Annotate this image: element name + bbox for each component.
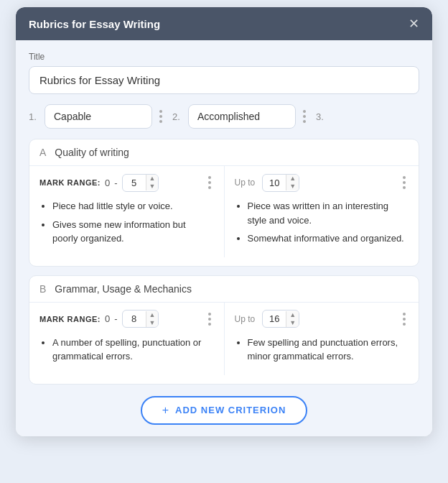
mark-up-b2[interactable]: ▲	[286, 311, 299, 319]
dot	[403, 313, 406, 316]
bullet-list-a1: Piece had little style or voice. Gives s…	[39, 199, 214, 246]
mark-range-row-a2: Up to ▲ ▼	[235, 173, 409, 192]
dot	[159, 110, 162, 113]
mark-input-wrap-b2: ▲ ▼	[262, 310, 299, 328]
mark-range-row-b1: MARK RANGE: 0 - ▲ ▼	[39, 310, 214, 328]
criterion-block-a: A Quality of writing MARK RANGE: 0 - ▲	[29, 139, 419, 267]
criterion-letter-b: B	[39, 283, 46, 295]
criterion-title-b: Grammar, Usage & Mechanics	[55, 283, 192, 295]
range-start-a1: 0	[105, 178, 110, 188]
dot	[303, 115, 306, 118]
tab-num-3: 3.	[316, 111, 327, 122]
criterion-col-a-1: MARK RANGE: 0 - ▲ ▼	[29, 166, 225, 257]
dot	[403, 186, 406, 189]
tab-menu-button-1[interactable]	[157, 107, 165, 126]
bullet-item: Piece had little style or voice.	[52, 199, 214, 213]
title-label: Title	[29, 52, 419, 62]
bullet-item: Gives some new information but poorly or…	[52, 218, 214, 246]
dot	[208, 176, 211, 179]
mark-up-a1[interactable]: ▲	[146, 175, 159, 183]
mark-down-b1[interactable]: ▼	[146, 319, 159, 327]
dot	[303, 120, 306, 123]
bullet-item: Somewhat informative and organized.	[248, 231, 409, 246]
modal-header: Rubrics for Essay Writing ✕	[16, 7, 432, 40]
criterion-col-b-1: MARK RANGE: 0 - ▲ ▼	[29, 303, 225, 375]
rubrics-modal: Rubrics for Essay Writing ✕ Title 1. 2.	[16, 7, 432, 436]
bullet-list-a2: Piece was written in an interesting styl…	[235, 199, 409, 246]
add-criterion-label: ADD NEW CRITERION	[175, 405, 286, 415]
dot	[159, 115, 162, 118]
tab-item-1: 1.	[29, 104, 165, 129]
modal-title: Rubrics for Essay Writing	[29, 18, 160, 30]
mark-input-wrap-b1: ▲ ▼	[122, 310, 159, 328]
mark-range-label-a1: MARK RANGE:	[39, 178, 101, 187]
tab-item-3: 3.	[316, 111, 327, 122]
tabs-row: 1. 2. 3.	[29, 104, 419, 129]
upto-label-b2: Up to	[235, 314, 256, 324]
upto-label-a2: Up to	[235, 178, 256, 188]
criterion-header-a: A Quality of writing	[29, 139, 419, 166]
dot	[403, 176, 406, 179]
mark-input-b1[interactable]	[123, 310, 146, 327]
add-criterion-container: + ADD NEW CRITERION	[29, 396, 419, 425]
mark-input-wrap-a2: ▲ ▼	[262, 174, 299, 192]
tab-num-1: 1.	[29, 111, 40, 122]
plus-icon: +	[162, 405, 169, 416]
criterion-header-b: B Grammar, Usage & Mechanics	[29, 276, 419, 303]
mark-up-a2[interactable]: ▲	[286, 175, 299, 183]
criterion-columns-a: MARK RANGE: 0 - ▲ ▼	[29, 166, 419, 257]
mark-up-b1[interactable]: ▲	[146, 311, 159, 319]
modal-body: Title 1. 2.	[16, 40, 432, 436]
col-menu-b2[interactable]	[400, 310, 409, 328]
tab-num-2: 2.	[172, 111, 184, 122]
dot	[208, 323, 211, 326]
col-menu-b1[interactable]	[205, 310, 214, 328]
tab-item-2: 2.	[172, 104, 309, 129]
tab-input-2[interactable]	[188, 104, 296, 129]
mark-down-a2[interactable]: ▼	[286, 183, 299, 190]
tab-input-1[interactable]	[45, 104, 152, 129]
dot	[403, 323, 406, 326]
dot	[159, 120, 162, 123]
dot	[403, 318, 406, 321]
close-button[interactable]: ✕	[409, 16, 419, 32]
mark-arrows-a1: ▲ ▼	[146, 175, 159, 190]
mark-input-a2[interactable]	[263, 175, 286, 191]
bullet-list-b2: Few spelling and punctuation errors, min…	[235, 336, 409, 364]
col-menu-a1[interactable]	[205, 173, 214, 192]
mark-down-b2[interactable]: ▼	[286, 319, 299, 327]
criterion-col-a-2: Up to ▲ ▼	[225, 166, 419, 257]
mark-range-label-b1: MARK RANGE:	[39, 315, 101, 323]
mark-down-a1[interactable]: ▼	[146, 183, 159, 190]
mark-input-b2[interactable]	[263, 310, 286, 327]
mark-input-wrap-a1: ▲ ▼	[122, 174, 159, 192]
criterion-block-b: B Grammar, Usage & Mechanics MARK RANGE:…	[29, 275, 419, 385]
range-dash-a1: -	[114, 178, 117, 188]
criterion-columns-b: MARK RANGE: 0 - ▲ ▼	[29, 303, 419, 375]
dot	[208, 318, 211, 321]
mark-range-row-a1: MARK RANGE: 0 - ▲ ▼	[39, 173, 214, 192]
criterion-title-a: Quality of writing	[55, 147, 129, 158]
col-menu-a2[interactable]	[400, 173, 409, 192]
bullet-item: Piece was written in an interesting styl…	[248, 199, 409, 227]
mark-arrows-a2: ▲ ▼	[286, 175, 299, 190]
title-input[interactable]	[29, 66, 419, 94]
criterion-col-b-2: Up to ▲ ▼	[225, 303, 419, 375]
tab-menu-button-2[interactable]	[300, 107, 309, 126]
range-dash-b1: -	[114, 313, 117, 324]
mark-range-row-b2: Up to ▲ ▼	[235, 310, 409, 328]
dot	[208, 186, 211, 189]
criterion-letter-a: A	[39, 147, 46, 158]
dot	[208, 313, 211, 316]
mark-arrows-b1: ▲ ▼	[146, 311, 159, 327]
dot	[303, 110, 306, 113]
dot	[403, 181, 406, 184]
bullet-list-b1: A number of spelling, punctuation or gra…	[39, 336, 214, 364]
bullet-item: Few spelling and punctuation errors, min…	[248, 336, 409, 364]
mark-input-a1[interactable]	[123, 175, 146, 191]
range-start-b1: 0	[105, 313, 110, 324]
mark-arrows-b2: ▲ ▼	[286, 311, 299, 327]
dot	[208, 181, 211, 184]
bullet-item: A number of spelling, punctuation or gra…	[52, 336, 214, 364]
add-criterion-button[interactable]: + ADD NEW CRITERION	[141, 396, 308, 425]
